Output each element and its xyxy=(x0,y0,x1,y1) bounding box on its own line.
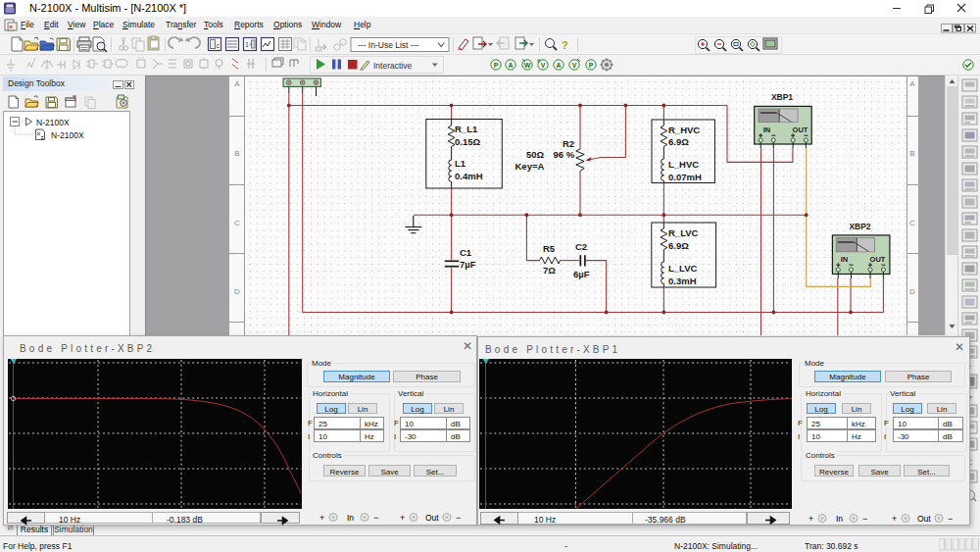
svg-text:−: − xyxy=(862,514,867,524)
svg-text:OUT: OUT xyxy=(793,125,808,134)
svg-text:c: c xyxy=(217,42,220,49)
svg-text:R5: R5 xyxy=(543,243,556,254)
svg-text:Key=A: Key=A xyxy=(515,161,545,172)
svg-text:?: ? xyxy=(562,39,568,51)
svg-text:7µF: 7µF xyxy=(460,259,476,270)
svg-text:96 %: 96 % xyxy=(554,149,575,160)
svg-text:In: In xyxy=(836,514,843,524)
svg-text:XBP1: XBP1 xyxy=(771,92,793,102)
svg-text:+: + xyxy=(808,514,813,524)
svg-text:+: + xyxy=(892,514,897,524)
svg-text:P: P xyxy=(494,62,499,69)
svg-text:D: D xyxy=(909,287,915,296)
svg-text:6µF: 6µF xyxy=(573,269,590,279)
svg-text:A: A xyxy=(556,62,561,69)
svg-text:D: D xyxy=(234,287,240,296)
svg-text:+: + xyxy=(400,513,405,523)
svg-text:--- In-Use List ---: --- In-Use List --- xyxy=(358,40,419,50)
svg-text:A: A xyxy=(909,79,915,88)
svg-text:0.07mH: 0.07mH xyxy=(668,172,702,182)
svg-text:C1: C1 xyxy=(460,247,472,258)
svg-text:XBP2: XBP2 xyxy=(849,222,870,231)
svg-text:L_HVC: L_HVC xyxy=(668,159,699,170)
svg-text:50Ω: 50Ω xyxy=(526,149,545,160)
svg-text:A: A xyxy=(508,62,513,69)
svg-text:C2: C2 xyxy=(575,241,587,252)
svg-text:N-2100X: N-2100X xyxy=(36,118,70,127)
svg-text:B: B xyxy=(909,149,914,158)
svg-text:−: − xyxy=(373,513,378,523)
svg-text:L_LVC: L_LVC xyxy=(668,263,698,274)
svg-text:R_LVC: R_LVC xyxy=(668,227,699,238)
svg-text:6.9Ω: 6.9Ω xyxy=(668,240,689,251)
svg-text:+: + xyxy=(319,513,324,523)
svg-text:IN: IN xyxy=(841,255,849,264)
svg-text:−: − xyxy=(948,514,953,524)
svg-text:0.3mH: 0.3mH xyxy=(668,276,697,286)
svg-text:W: W xyxy=(524,62,531,69)
svg-text:IN: IN xyxy=(763,125,771,134)
svg-text:R_L1: R_L1 xyxy=(455,124,478,134)
svg-text:0.15Ω: 0.15Ω xyxy=(455,136,480,147)
svg-text:P: P xyxy=(589,62,594,69)
svg-text:C: C xyxy=(909,219,915,227)
svg-text:7Ω: 7Ω xyxy=(543,265,556,276)
svg-text:V: V xyxy=(572,62,577,69)
svg-text:B: B xyxy=(234,149,239,158)
svg-text:R_HVC: R_HVC xyxy=(668,125,700,135)
svg-text:−: − xyxy=(456,513,461,523)
svg-text:Out: Out xyxy=(425,513,439,523)
svg-text:In: In xyxy=(347,513,354,523)
svg-text:Interactive: Interactive xyxy=(373,61,412,71)
svg-text:L1: L1 xyxy=(455,158,466,169)
svg-text:V: V xyxy=(541,62,546,69)
svg-text:A: A xyxy=(234,79,240,88)
svg-text:OUT: OUT xyxy=(870,255,886,264)
svg-text:C: C xyxy=(234,219,240,227)
svg-text:6.9Ω: 6.9Ω xyxy=(668,136,689,147)
svg-text:R2: R2 xyxy=(563,138,574,149)
svg-text:0.4mH: 0.4mH xyxy=(455,171,483,181)
svg-text:N-2100X: N-2100X xyxy=(51,130,84,140)
svg-text:Out: Out xyxy=(917,514,931,524)
